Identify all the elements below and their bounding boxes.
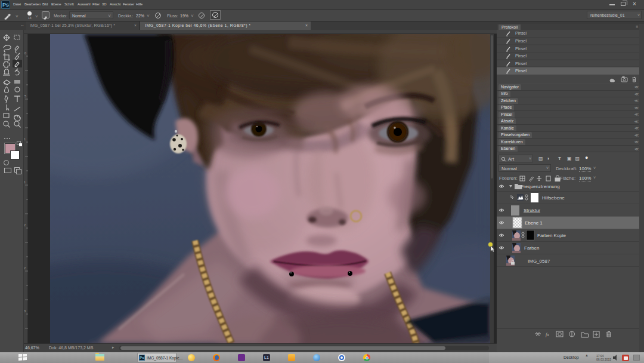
svg-text:Ebene 1: Ebene 1	[525, 220, 543, 226]
svg-text:2: 2	[24, 266, 26, 270]
svg-text:Pinsel: Pinsel	[515, 31, 527, 35]
svg-text:Hilfsebene: Hilfsebene	[542, 195, 565, 201]
svg-text:fx: fx	[546, 332, 549, 337]
svg-text:Struktur: Struktur	[524, 208, 540, 213]
svg-text:1: 1	[24, 137, 26, 141]
svg-text:3: 3	[24, 309, 26, 313]
svg-text:Pinsel: Pinsel	[515, 54, 527, 58]
svg-text:Farben Kopie: Farben Kopie	[537, 233, 566, 238]
svg-text:IMG_0587: IMG_0587	[528, 259, 550, 264]
svg-text:Pinsel: Pinsel	[515, 61, 527, 66]
svg-text:0: 0	[24, 51, 26, 55]
svg-text:5: 5	[24, 94, 26, 98]
svg-text:Frequenztrennung: Frequenztrennung	[519, 184, 560, 189]
svg-text:Pinsel: Pinsel	[515, 69, 527, 73]
svg-text:Pinsel: Pinsel	[515, 47, 527, 51]
svg-text:2: 2	[24, 223, 26, 227]
svg-text:1: 1	[24, 180, 26, 184]
svg-text:Pinsel: Pinsel	[515, 39, 527, 43]
svg-text:Farben: Farben	[524, 245, 539, 251]
